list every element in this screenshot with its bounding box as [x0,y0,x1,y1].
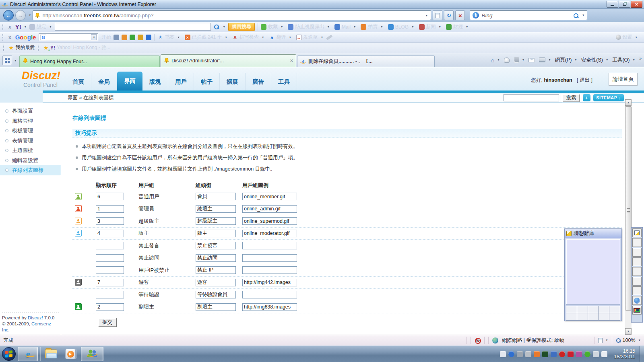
lock-icon[interactable] [576,351,582,357]
yahoo-logo-menu[interactable]: Y! [15,23,27,30]
group-title-input[interactable] [196,291,236,298]
taskbar-explorer-button[interactable] [42,347,60,361]
ime-cell[interactable] [566,313,577,320]
compatibility-status-button[interactable] [598,337,608,343]
ime-cell[interactable] [577,313,588,320]
yahoo-toolbar-close-icon[interactable]: x [7,24,12,30]
taskbar-ie-button[interactable]: e [18,347,38,361]
privacy-blocked-icon[interactable] [475,337,481,343]
dz-nav-tab-6[interactable]: 帖子 [194,73,220,90]
smiley-icon[interactable] [534,351,540,357]
google-settings-menu[interactable]: 设置 [616,34,638,41]
search-icon[interactable] [573,13,578,18]
yahoo-toolbar-item[interactable]: Mail [334,24,356,30]
address-input[interactable]: http://hinsonchan.freebbs.com.tw/admincp… [33,10,431,20]
ime-blank-button[interactable] [632,238,642,247]
orb-icon[interactable] [584,351,590,357]
google-toolbar-item[interactable]: ★书签 [157,34,180,41]
group-legend-input[interactable] [242,279,297,286]
yahoo-search-icon[interactable] [214,24,219,29]
submit-button[interactable]: 提交 [98,318,117,327]
help-icon[interactable] [508,351,514,357]
group-title-input[interactable] [196,242,236,249]
yahoo-toolbar-item[interactable]: BLOG [388,24,414,30]
order-input[interactable] [96,291,124,298]
ime-blank-button[interactable] [632,277,642,286]
taskbar-messenger-button[interactable] [81,347,103,361]
dz-nav-tab-2[interactable]: 全局 [91,73,117,90]
stop-button[interactable]: × [455,10,465,20]
quick-tabs-button[interactable] [2,56,12,65]
google-toolbar-item[interactable]: ×已拦截 241 个 [185,34,227,41]
ime-cell[interactable] [566,306,577,313]
favorites-item-yahoo[interactable]: ★Y!Yahoo! Hong Kong - 雅... [43,44,110,51]
swirl-icon[interactable] [130,35,135,40]
google-toolbar-item[interactable]: A拼写检查 [232,34,264,41]
news-icon[interactable] [114,35,119,40]
print-button[interactable] [539,57,551,63]
group-legend-input[interactable] [242,205,297,213]
tab-close-icon[interactable]: × [290,58,293,64]
search-box[interactable]: b Bing [470,10,587,20]
yahoo-settings-menu[interactable]: 設定 [29,23,52,30]
scrollbar-thumb[interactable] [625,106,632,311]
back-button[interactable]: ← [3,10,14,21]
order-input[interactable] [96,230,124,237]
order-input[interactable] [96,205,124,213]
refresh-button[interactable]: ↻ [444,10,454,20]
sitemap-button[interactable]: SITEMAP ↓ [593,94,624,101]
group-title-input[interactable] [196,266,236,274]
page-scrollbar[interactable]: ▲ ▼ [625,99,632,335]
logout-link[interactable]: [ 退出 ] [577,77,592,83]
ime-globe-button[interactable] [632,296,642,305]
yahoo-toolbar-item[interactable]: 拍賣 [361,23,383,30]
page-menu[interactable]: 網頁(P) [555,57,577,64]
ime-notepad-button[interactable] [632,228,642,237]
yahoo-toolbar-item[interactable]: 防止視窗彈出 [288,23,329,30]
yahoo-toolbar-item[interactable]: 財經 [446,23,468,30]
eye-icon[interactable] [542,351,548,357]
group-legend-input[interactable] [242,303,297,311]
group-title-input[interactable] [196,230,236,237]
bag-icon[interactable] [122,35,127,40]
ime-blank-button[interactable] [632,257,642,266]
group-legend-input[interactable] [242,266,297,274]
yahoo-search-dropdown[interactable] [222,24,225,30]
close-button[interactable] [631,1,642,8]
search-dropdown[interactable] [581,12,584,18]
group-legend-input[interactable] [242,230,297,237]
keyboard-icon[interactable] [500,351,506,357]
group-title-input[interactable] [196,254,236,262]
pen-icon[interactable] [517,351,523,357]
history-dropdown[interactable] [27,12,31,18]
ime-cell[interactable] [609,306,620,313]
tools-menu[interactable]: 工具(O) [612,57,635,64]
ime-keyboard-button[interactable] [632,306,642,315]
group-legend-input[interactable] [242,217,297,225]
google-toolbar-item[interactable]: a翻译 [269,34,291,41]
yahoo-toolbar-item[interactable]: 新聞 [419,23,441,30]
safety-menu[interactable]: 安全性(S) [581,57,609,64]
sidebar-item-1[interactable]: 界面設置 [0,106,61,116]
ime-cell[interactable] [588,313,599,320]
minimize-button[interactable] [607,1,618,8]
google-search-combo[interactable]: G ▼ [39,33,98,41]
order-input[interactable] [96,193,124,200]
group-title-input[interactable] [196,279,236,286]
google-toolbar-item[interactable]: →发送至 [296,34,323,41]
google-toolbar-close-icon[interactable]: x [7,35,12,40]
zoom-control[interactable]: 100% [616,337,641,343]
favorites-button[interactable]: ★我的最愛 [8,44,35,51]
sidebar-item-7[interactable]: 在線列表圖標 [0,165,61,175]
scroll-down-button[interactable]: ▼ [625,328,632,335]
google-start-label[interactable]: 开始 [101,34,111,41]
ime-cell[interactable] [588,306,599,313]
compatibility-view-button[interactable] [433,10,442,20]
group-legend-input[interactable] [242,254,297,262]
volume-icon[interactable] [601,351,607,357]
mute-icon[interactable] [559,351,565,357]
ime-blank-button[interactable] [632,248,642,257]
taskbar-clock[interactable]: 16:15 18/2/2011 [614,348,636,360]
address-dropdown[interactable] [423,12,429,19]
network-icon[interactable] [593,351,599,357]
